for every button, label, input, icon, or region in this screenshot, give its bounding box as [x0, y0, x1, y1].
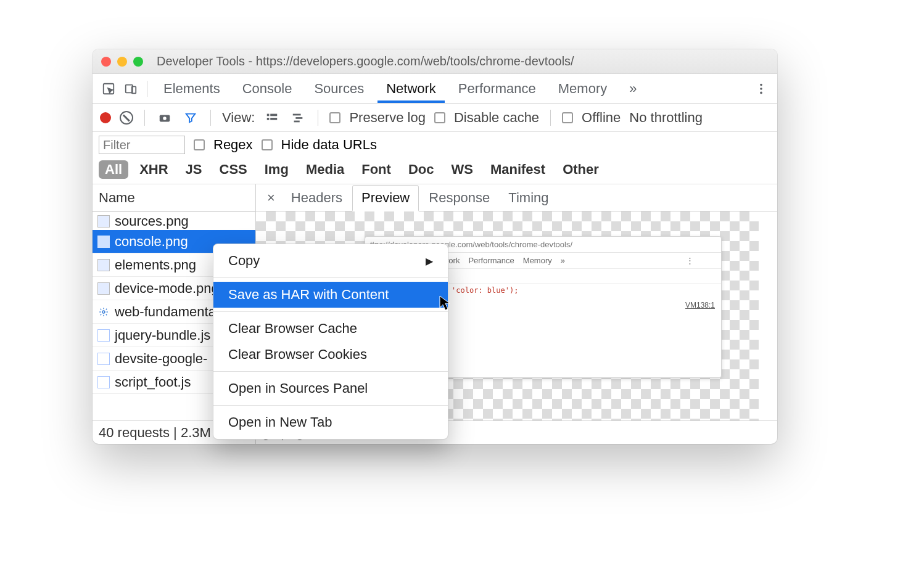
request-name: devsite-google-: [115, 351, 207, 367]
type-filter-bar: All XHR JS CSS Img Media Font Doc WS Man…: [93, 158, 777, 184]
request-name: script_foot.js: [115, 374, 191, 390]
request-name: web-fundamentals: [115, 304, 226, 320]
cursor-icon: [439, 295, 452, 311]
thumb-tab: Memory: [523, 256, 552, 265]
menu-item-label: Copy: [228, 253, 260, 269]
request-name: console.png: [115, 234, 188, 250]
titlebar: Developer Tools - https://developers.goo…: [93, 49, 777, 74]
tab-sources[interactable]: Sources: [305, 74, 373, 103]
clear-button[interactable]: [120, 111, 133, 125]
window-zoom-button[interactable]: [133, 57, 143, 67]
filter-toggle-icon[interactable]: [182, 109, 199, 126]
menu-item-save-har[interactable]: Save as HAR with Content: [213, 282, 448, 308]
svg-point-7: [163, 117, 167, 120]
menu-item-clear-cookies[interactable]: Clear Browser Cookies: [213, 342, 448, 367]
file-image-icon: [97, 259, 110, 271]
file-image-icon: [97, 282, 110, 295]
file-script-icon: [97, 353, 110, 365]
hide-data-urls-checkbox[interactable]: [262, 139, 273, 150]
type-filter-manifest[interactable]: Manifest: [484, 160, 551, 179]
svg-rect-14: [294, 120, 300, 122]
tab-performance[interactable]: Performance: [450, 74, 545, 103]
preserve-log-checkbox[interactable]: [329, 112, 340, 123]
close-detail-button[interactable]: ×: [261, 184, 281, 211]
window-minimize-button[interactable]: [117, 57, 127, 67]
network-toolbar: View: Preserve log Disable cache Offline…: [93, 104, 777, 132]
request-row[interactable]: sources.png: [93, 211, 255, 230]
disable-cache-checkbox[interactable]: [434, 112, 445, 123]
offline-label: Offline: [582, 110, 621, 126]
separator: [147, 81, 147, 97]
hide-data-urls-label: Hide data URLs: [281, 137, 377, 153]
filter-input[interactable]: [99, 136, 185, 154]
request-name: device-mode.png: [115, 281, 219, 297]
tabs-overflow-button[interactable]: »: [621, 74, 645, 103]
menu-divider: [213, 311, 448, 312]
svg-rect-10: [267, 118, 270, 120]
menu-divider: [213, 405, 448, 406]
main-tabbar: Elements Console Sources Network Perform…: [93, 74, 777, 104]
record-button[interactable]: [100, 112, 111, 123]
svg-rect-9: [271, 113, 278, 116]
filter-bar: Regex Hide data URLs: [93, 132, 777, 158]
svg-rect-13: [296, 117, 303, 119]
svg-point-3: [760, 83, 762, 86]
type-filter-other[interactable]: Other: [556, 160, 605, 179]
type-filter-doc[interactable]: Doc: [402, 160, 440, 179]
regex-label: Regex: [213, 137, 253, 153]
tab-memory[interactable]: Memory: [550, 74, 616, 103]
regex-checkbox[interactable]: [194, 139, 205, 150]
submenu-arrow-icon: ▶: [426, 255, 433, 267]
menu-item-open-new-tab[interactable]: Open in New Tab: [213, 409, 448, 435]
throttling-select[interactable]: No throttling: [629, 110, 703, 126]
window-close-button[interactable]: [101, 57, 111, 67]
request-name: jquery-bundle.js: [115, 327, 210, 343]
svg-rect-8: [267, 113, 270, 116]
detail-tab-preview[interactable]: Preview: [352, 185, 419, 211]
list-view-icon[interactable]: [263, 109, 281, 126]
file-image-icon: [97, 236, 110, 248]
traffic-lights: [101, 57, 143, 67]
type-filter-img[interactable]: Img: [258, 160, 295, 179]
device-toggle-icon[interactable]: [122, 80, 139, 97]
kebab-menu-icon[interactable]: [753, 80, 770, 97]
type-filter-media[interactable]: Media: [300, 160, 350, 179]
file-image-icon: [97, 215, 110, 228]
capture-screenshots-icon[interactable]: [156, 109, 173, 126]
detail-tab-headers[interactable]: Headers: [283, 184, 351, 211]
menu-item-open-sources[interactable]: Open in Sources Panel: [213, 375, 448, 401]
waterfall-view-icon[interactable]: [289, 109, 307, 126]
view-label: View:: [222, 110, 255, 126]
context-menu: Copy ▶ Save as HAR with Content Clear Br…: [213, 244, 448, 440]
detail-tabbar: × Headers Preview Response Timing: [256, 184, 777, 211]
menu-item-label: Open in Sources Panel: [228, 380, 368, 396]
tab-elements[interactable]: Elements: [155, 74, 229, 103]
type-filter-css[interactable]: CSS: [213, 160, 254, 179]
thumb-vm-link: VM138:1: [685, 301, 715, 310]
type-filter-js[interactable]: JS: [179, 160, 208, 179]
type-filter-all[interactable]: All: [99, 160, 128, 179]
thumb-tab: Performance: [468, 256, 514, 265]
file-script-icon: [97, 376, 110, 388]
detail-tab-timing[interactable]: Timing: [500, 184, 557, 211]
tab-network[interactable]: Network: [377, 74, 445, 103]
svg-point-15: [102, 311, 105, 313]
offline-checkbox[interactable]: [562, 112, 573, 123]
detail-tab-response[interactable]: Response: [420, 184, 498, 211]
file-script-icon: [97, 329, 110, 342]
type-filter-ws[interactable]: WS: [445, 160, 479, 179]
menu-item-copy[interactable]: Copy ▶: [213, 248, 448, 274]
name-column-header[interactable]: Name: [93, 184, 255, 211]
svg-point-4: [760, 88, 762, 90]
window-title: Developer Tools - https://developers.goo…: [157, 54, 574, 68]
type-filter-font[interactable]: Font: [355, 160, 397, 179]
disable-cache-label: Disable cache: [454, 110, 539, 126]
request-name: sources.png: [115, 213, 189, 229]
type-filter-xhr[interactable]: XHR: [133, 160, 174, 179]
svg-point-5: [760, 91, 762, 94]
inspect-element-icon[interactable]: [100, 80, 117, 97]
menu-item-clear-cache[interactable]: Clear Browser Cache: [213, 316, 448, 342]
menu-item-label: Clear Browser Cache: [228, 321, 357, 337]
tab-console[interactable]: Console: [234, 74, 301, 103]
gear-icon: [97, 306, 110, 318]
